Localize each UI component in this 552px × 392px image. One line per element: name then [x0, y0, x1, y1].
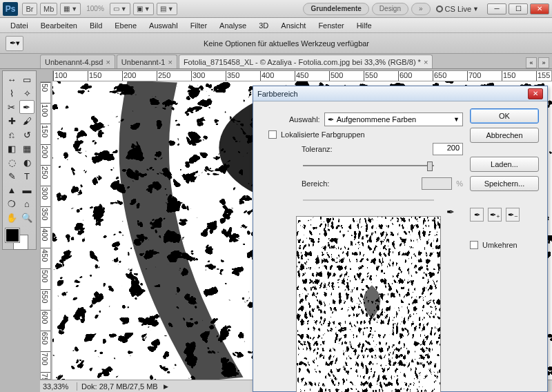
tab-scroll-right[interactable]: »	[538, 57, 549, 68]
type-tool[interactable]: T	[19, 169, 34, 183]
selection-preview[interactable]	[296, 216, 441, 392]
marquee-tool[interactable]: ▭	[19, 72, 34, 86]
hand-tool[interactable]: ✋	[4, 210, 19, 224]
titlebar: Ps Br Mb ▦▼ 100% ▭▼ ▣▼ ▤▼ Grundelemente …	[0, 0, 552, 18]
ruler-vertical[interactable]: 5010015020025030035040045050055060065070…	[40, 81, 51, 380]
workspace-design[interactable]: Design	[372, 3, 408, 15]
auswahl-select[interactable]: ✒ Aufgenommene Farben ▼	[324, 112, 463, 126]
bereich-input	[422, 177, 452, 190]
minibridge-button[interactable]: Mb	[40, 3, 57, 15]
tab-unbenannt-1[interactable]: Unbenannt-1×	[117, 55, 177, 68]
path-select-tool[interactable]: ▲	[4, 183, 19, 197]
app-logo: Ps	[3, 2, 18, 16]
document-tabs: Unbenannt-4.psd× Unbenannt-1× Fotolia_87…	[0, 54, 552, 69]
move-tool[interactable]: ↔	[4, 72, 19, 86]
umkehren-label: Umkehren	[482, 241, 518, 249]
bereich-slider	[303, 194, 434, 206]
wand-tool[interactable]: ✧	[19, 86, 34, 100]
window-maximize-button[interactable]: ☐	[509, 3, 528, 14]
options-bar: ✒▾ Keine Optionen für aktuelles Werkzeug…	[0, 33, 552, 54]
eyedropper-icon: ✒	[328, 115, 334, 124]
blur-tool[interactable]: ◌	[4, 155, 19, 169]
camera-tool[interactable]: ⌂	[19, 197, 34, 210]
lokalisiert-checkbox[interactable]	[268, 130, 277, 139]
dodge-tool[interactable]: ◐	[19, 155, 34, 169]
close-icon[interactable]: ×	[168, 58, 172, 66]
eyedropper-icon: ✒	[10, 39, 16, 48]
lasso-tool[interactable]: ⌇	[4, 86, 19, 100]
eyedropper-tool[interactable]: ✒	[19, 100, 34, 114]
pen-tool[interactable]: ✎	[4, 169, 19, 183]
laden-button[interactable]: Laden...	[470, 157, 539, 172]
toleranz-slider[interactable]	[303, 159, 434, 172]
dialog-close-button[interactable]: ✕	[528, 88, 543, 99]
menu-datei[interactable]: Datei	[4, 19, 34, 32]
chevron-down-icon: ▼	[453, 116, 460, 123]
lokalisiert-label: Lokalisierte Farbgruppen	[281, 130, 365, 139]
brush-tool[interactable]: 🖌	[19, 114, 34, 128]
bereich-unit: %	[456, 179, 463, 188]
dialog-title: Farbbereich	[257, 90, 298, 98]
arrange-docs-button[interactable]: ▦▼	[60, 3, 81, 15]
workspace-more[interactable]: »	[411, 3, 431, 15]
foreground-color-swatch[interactable]	[6, 228, 19, 242]
cslive-icon	[436, 6, 443, 12]
menubar: Datei Bearbeiten Bild Ebene Auswahl Filt…	[0, 18, 552, 33]
menu-ebene[interactable]: Ebene	[108, 19, 143, 32]
zoom-tool[interactable]: 🔍	[19, 210, 34, 224]
heal-tool[interactable]: ✚	[4, 114, 19, 128]
menu-fenster[interactable]: Fenster	[312, 19, 350, 32]
status-zoom[interactable]: 33,33%	[40, 382, 77, 391]
preview-content	[297, 217, 440, 392]
color-swatches[interactable]	[4, 227, 34, 248]
window-minimize-button[interactable]: ─	[487, 3, 506, 14]
close-icon[interactable]: ×	[424, 58, 428, 66]
stamp-tool[interactable]: ⎌	[4, 128, 19, 141]
preview-eyedropper-icon[interactable]: ✒	[446, 206, 455, 217]
menu-3d[interactable]: 3D	[253, 19, 275, 32]
options-message: Keine Optionen für aktuelles Werkzeug ve…	[26, 39, 546, 48]
screen-mode-button[interactable]: ▭▼	[110, 3, 130, 15]
workspace-grundelemente[interactable]: Grundelemente	[303, 3, 368, 15]
menu-hilfe[interactable]: Hilfe	[351, 19, 378, 32]
toleranz-input[interactable]: 200	[433, 143, 463, 155]
eraser-tool[interactable]: ◧	[4, 141, 19, 155]
gradient-tool[interactable]: ▦	[19, 141, 34, 155]
crop-tool[interactable]: ✂	[4, 100, 19, 114]
3d-tool[interactable]: ❍	[4, 197, 19, 210]
menu-filter[interactable]: Filter	[184, 19, 213, 32]
chevron-right-icon[interactable]: ▶	[164, 383, 168, 390]
cs-live-button[interactable]: CS Live▼	[436, 5, 479, 13]
view-guides-button[interactable]: ▤▼	[157, 3, 177, 15]
tab-unbenannt-4[interactable]: Unbenannt-4.psd×	[40, 55, 115, 68]
bridge-button[interactable]: Br	[22, 3, 37, 15]
current-tool-indicator[interactable]: ✒▾	[6, 36, 23, 51]
view-extras-button[interactable]: ▣▼	[133, 3, 154, 15]
close-icon[interactable]: ×	[106, 58, 110, 66]
tab-fotolia[interactable]: Fotolia_8715458_XL - © Azaliya - Fotolia…	[179, 55, 433, 68]
status-doc-info[interactable]: Dok: 28,7 MB/27,5 MB	[77, 382, 162, 391]
zoom-level[interactable]: 100%	[86, 5, 104, 12]
toolbox: ↔▭ ⌇✧ ✂✒ ✚🖌 ⎌↺ ◧▦ ◌◐ ✎T ▲▬ ❍⌂ ✋🔍	[2, 70, 37, 250]
shape-tool[interactable]: ▬	[19, 183, 34, 197]
eyedropper-sample[interactable]: ✒	[470, 208, 484, 222]
ok-button[interactable]: OK	[470, 108, 539, 124]
menu-analyse[interactable]: Analyse	[213, 19, 253, 32]
menu-auswahl[interactable]: Auswahl	[143, 19, 184, 32]
eyedropper-add[interactable]: ✒₊	[488, 208, 502, 222]
toleranz-label: Toleranz:	[302, 145, 333, 153]
ruler-horizontal[interactable]: 1001502002503003504004505005506006507001…	[52, 70, 552, 81]
abbrechen-button[interactable]: Abbrechen	[470, 128, 539, 143]
speichern-button[interactable]: Speichern...	[470, 176, 539, 191]
eyedropper-subtract[interactable]: ✒₋	[506, 208, 520, 222]
auswahl-label: Auswahl:	[289, 115, 320, 124]
tab-scroll-left[interactable]: «	[526, 57, 537, 68]
menu-ansicht[interactable]: Ansicht	[275, 19, 312, 32]
history-brush-tool[interactable]: ↺	[19, 128, 34, 141]
dialog-titlebar[interactable]: Farbbereich ✕	[253, 86, 547, 101]
farbbereich-dialog: Farbbereich ✕ Auswahl: ✒ Aufgenommene Fa…	[253, 86, 548, 392]
umkehren-checkbox[interactable]	[470, 241, 478, 249]
window-close-button[interactable]: ✕	[530, 3, 549, 14]
menu-bearbeiten[interactable]: Bearbeiten	[34, 19, 83, 32]
menu-bild[interactable]: Bild	[83, 19, 108, 32]
